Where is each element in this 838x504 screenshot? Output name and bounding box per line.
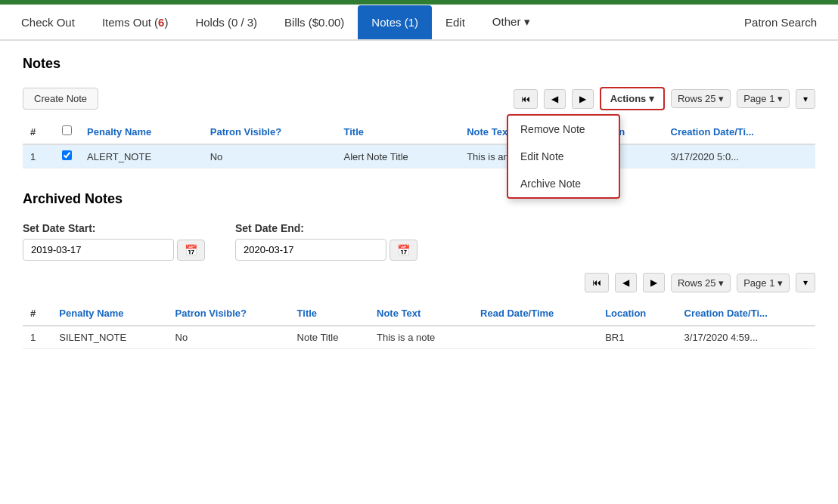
arch-col-patron-visible: Patron Visible? — [168, 301, 290, 326]
arch-col-num: # — [23, 301, 51, 326]
arch-first-page-btn[interactable]: ⏮ — [585, 273, 609, 292]
patron-search-link[interactable]: Patron Search — [731, 5, 830, 39]
arch-row-note-text: This is a note — [369, 326, 473, 349]
tab-checkout[interactable]: Check Out — [8, 5, 88, 39]
edit-note-item[interactable]: Edit Note — [508, 143, 619, 170]
row-checkbox-cell[interactable] — [54, 144, 79, 169]
next-page-btn[interactable]: ▶ — [572, 89, 594, 109]
nav-tabs: Check Out Items Out (6) Holds (0 / 3) Bi… — [0, 5, 838, 41]
row-creation-date: 3/17/2020 5:0... — [663, 144, 815, 169]
arch-col-penalty-name: Penalty Name — [51, 301, 167, 326]
notes-section-title: Notes — [23, 56, 815, 72]
row-checkbox[interactable] — [62, 150, 72, 160]
arch-row-penalty-name: SILENT_NOTE — [51, 326, 167, 349]
col-creation-date: Creation Date/Ti... — [663, 119, 815, 144]
archived-table: # Penalty Name Patron Visible? Title Not… — [23, 301, 815, 349]
arch-row-read-datetime — [473, 326, 597, 349]
col-patron-visible: Patron Visible? — [203, 119, 337, 144]
arch-col-creation-date: Creation Date/Ti... — [677, 301, 815, 326]
remove-note-item[interactable]: Remove Note — [508, 116, 619, 143]
table-row[interactable]: 1 ALERT_NOTE No Alert Note Title This is… — [23, 144, 815, 169]
arch-col-title: Title — [290, 301, 369, 326]
items-out-badge: 6 — [158, 16, 164, 29]
row-penalty-name: ALERT_NOTE — [79, 144, 203, 169]
actions-button[interactable]: Actions ▾ — [600, 87, 665, 110]
tab-other[interactable]: Other ▾ — [479, 5, 544, 39]
page-select-notes[interactable]: Page 1 ▾ — [737, 89, 790, 108]
date-start-group: Set Date Start: 📅 — [23, 222, 205, 261]
tab-items-out[interactable]: Items Out (6) — [88, 5, 182, 39]
date-end-input[interactable] — [235, 239, 386, 261]
tab-bills[interactable]: Bills ($0.00) — [271, 5, 358, 39]
prev-page-btn[interactable]: ◀ — [544, 89, 566, 109]
arch-col-read-datetime: Read Date/Time — [473, 301, 597, 326]
col-num: # — [23, 119, 54, 144]
row-patron-visible: No — [203, 144, 337, 169]
actions-dropdown: Remove Note Edit Note Archive Note — [507, 114, 620, 199]
notes-table-header: # Penalty Name Patron Visible? Title Not… — [23, 119, 815, 144]
date-end-input-row: 📅 — [235, 239, 417, 261]
arch-prev-page-btn[interactable]: ◀ — [615, 273, 637, 292]
notes-toolbar: Create Note ⏮ ◀ ▶ Actions ▾ Rows 25 ▾ Pa… — [23, 87, 815, 110]
tab-holds[interactable]: Holds (0 / 3) — [182, 5, 271, 39]
rows-select-archived[interactable]: Rows 25 ▾ — [671, 274, 731, 292]
tab-edit[interactable]: Edit — [432, 5, 479, 39]
archived-toolbar: ⏮ ◀ ▶ Rows 25 ▾ Page 1 ▾ ▾ — [23, 273, 815, 292]
date-start-label: Set Date Start: — [23, 222, 205, 234]
arch-row-creation-date: 3/17/2020 4:59... — [677, 326, 815, 349]
archived-table-header: # Penalty Name Patron Visible? Title Not… — [23, 301, 815, 326]
date-start-input-row: 📅 — [23, 239, 205, 261]
arch-col-note-text: Note Text — [369, 301, 473, 326]
date-start-input[interactable] — [23, 239, 174, 261]
arch-col-location: Location — [597, 301, 676, 326]
date-end-label: Set Date End: — [235, 222, 417, 234]
select-all-checkbox[interactable] — [62, 125, 72, 135]
create-note-button[interactable]: Create Note — [23, 88, 98, 110]
date-end-group: Set Date End: 📅 — [235, 222, 417, 261]
arch-next-page-btn[interactable]: ▶ — [643, 273, 665, 292]
col-penalty-name: Penalty Name — [79, 119, 203, 144]
archive-note-item[interactable]: Archive Note — [508, 170, 619, 197]
main-content: Notes Create Note ⏮ ◀ ▶ Actions ▾ Rows 2… — [0, 41, 838, 387]
page-select-archived[interactable]: Page 1 ▾ — [737, 274, 790, 292]
rows-select-notes[interactable]: Rows 25 ▾ — [671, 89, 731, 108]
col-checkbox — [54, 119, 79, 144]
archived-header-row: Set Date Start: 📅 Set Date End: 📅 — [23, 222, 815, 261]
notes-table: # Penalty Name Patron Visible? Title Not… — [23, 119, 815, 169]
archived-section: Archived Notes Set Date Start: 📅 Set Dat… — [23, 191, 815, 349]
date-end-calendar-btn[interactable]: 📅 — [390, 240, 417, 261]
first-page-btn[interactable]: ⏮ — [514, 89, 538, 109]
arch-row-title: Note Title — [290, 326, 369, 349]
extra-btn-archived[interactable]: ▾ — [796, 273, 815, 292]
table-row[interactable]: 1 SILENT_NOTE No Note Title This is a no… — [23, 326, 815, 349]
date-start-calendar-btn[interactable]: 📅 — [177, 240, 205, 261]
archived-section-title: Archived Notes — [23, 191, 815, 207]
col-title: Title — [337, 119, 460, 144]
row-title: Alert Note Title — [337, 144, 460, 169]
row-num: 1 — [23, 144, 54, 169]
arch-row-location: BR1 — [597, 326, 676, 349]
extra-btn-notes[interactable]: ▾ — [796, 89, 815, 109]
arch-row-patron-visible: No — [168, 326, 290, 349]
tab-notes[interactable]: Notes (1) — [358, 5, 432, 39]
arch-row-num: 1 — [23, 326, 51, 349]
